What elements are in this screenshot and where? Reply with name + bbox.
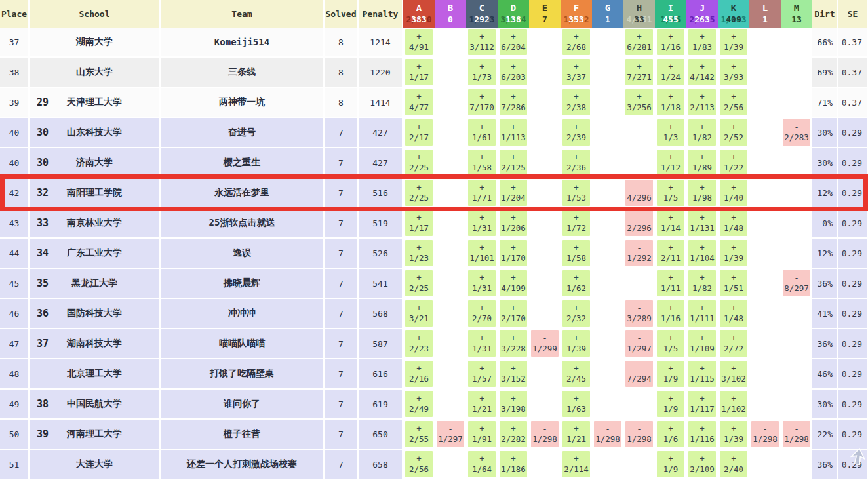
problem-cell-L bbox=[749, 390, 781, 420]
team-row[interactable]: 38山东大学三条线81220+1/17+1/73+6/203+3/37+7/27… bbox=[0, 58, 868, 88]
result-status: + bbox=[479, 424, 484, 434]
problem-solve-count: 1 bbox=[605, 14, 610, 24]
result-chip: -1/298 bbox=[783, 421, 810, 447]
team-row[interactable]: 37湖南大学Komeiji51481214+4/91+3/112+6/204+2… bbox=[0, 28, 868, 58]
result-status: + bbox=[731, 92, 736, 102]
result-chip: +3/102 bbox=[720, 361, 747, 387]
problem-cell-B bbox=[435, 58, 466, 88]
school-name: 山东科技大学 bbox=[67, 127, 122, 137]
problem-cell-A: +2/49 bbox=[403, 390, 435, 420]
team-cell: 奋进号 bbox=[161, 118, 325, 148]
problem-cell-E bbox=[529, 209, 561, 239]
result-status: + bbox=[668, 273, 673, 283]
team-row[interactable]: 4333南京林业大学25浙软点击就送7519+1/17+1/31+1/206+1… bbox=[0, 209, 868, 239]
solved-cell: 8 bbox=[325, 88, 359, 118]
result-tries-time: 7/286 bbox=[501, 102, 526, 113]
result-tries-time: 1/117 bbox=[690, 404, 715, 414]
result-tries-time: 1/298 bbox=[784, 434, 809, 445]
result-status: + bbox=[668, 31, 673, 42]
result-status: - bbox=[542, 333, 547, 344]
result-chip: +1/186 bbox=[500, 451, 527, 477]
team-name: 逸误 bbox=[233, 247, 251, 258]
result-status: + bbox=[731, 62, 736, 72]
problem-cell-A: +1/17 bbox=[403, 58, 435, 88]
result-status: + bbox=[574, 303, 579, 313]
penalty-cell: 658 bbox=[359, 450, 403, 480]
problem-cell-H: -1/298 bbox=[623, 420, 655, 450]
official-rank: 37 bbox=[37, 338, 49, 350]
problem-cell-B bbox=[435, 269, 466, 299]
problem-cell-E bbox=[529, 88, 561, 118]
team-row[interactable]: 4535黑龙江大学拂晓晨辉7541+2/25+1/31+4/199+1/62+1… bbox=[0, 269, 868, 299]
result-status: + bbox=[511, 152, 516, 163]
table-header: PlaceSchoolTeamSolvedPenaltyA2/380383B0C… bbox=[0, 0, 868, 28]
result-tries-time: 1/83 bbox=[692, 42, 712, 52]
school-name: 广东工业大学 bbox=[67, 247, 122, 258]
official-rank: 36 bbox=[37, 308, 49, 319]
result-chip: +2/125 bbox=[500, 150, 527, 176]
team-row[interactable]: 4737湖南科技大学喵喵队喵喵7587+2/23+1/31+3/228-1/29… bbox=[0, 329, 868, 359]
result-status: - bbox=[762, 424, 768, 434]
problem-cell-B bbox=[435, 209, 466, 239]
result-status: + bbox=[700, 243, 705, 253]
result-chip: -1/298 bbox=[751, 421, 779, 447]
problem-cell-A: +4/77 bbox=[403, 88, 435, 118]
problem-cell-I: +1/24 bbox=[655, 58, 686, 88]
problem-cell-C: +1/57 bbox=[466, 359, 498, 390]
result-tries-time: 1/53 bbox=[566, 193, 586, 203]
team-row[interactable]: 4030山东科技大学奋进号7427+2/17+1/61+1/113+2/39+1… bbox=[0, 118, 868, 148]
result-status: + bbox=[416, 31, 422, 42]
result-chip: +1/71 bbox=[468, 180, 496, 206]
team-row[interactable]: 3929天津理工大学两神带一坑81414+4/77+7/170+7/286+2/… bbox=[0, 88, 868, 118]
team-row[interactable]: 4938中国民航大学谁问你了7619+2/49+1/21+3/198+1/63+… bbox=[0, 390, 868, 420]
result-tries-time: 2/25 bbox=[409, 163, 429, 173]
result-tries-time: 6/204 bbox=[501, 42, 526, 52]
place-cell: 47 bbox=[0, 329, 30, 359]
team-row[interactable]: 5039河南理工大学橙子往昔7650+2/55-1/297+1/91+2/282… bbox=[0, 420, 868, 450]
result-status: + bbox=[511, 122, 516, 132]
result-chip: +2/114 bbox=[562, 451, 590, 477]
problem-letter: D bbox=[511, 3, 516, 14]
place-cell: 45 bbox=[0, 269, 30, 299]
problem-cell-C: +1/61 bbox=[466, 118, 498, 148]
result-tries-time: 1/17 bbox=[409, 72, 429, 83]
school-cell: 山东大学 bbox=[30, 58, 161, 88]
solved-cell: 8 bbox=[325, 58, 359, 88]
result-chip: +1/6 bbox=[657, 421, 684, 447]
official-rank: 29 bbox=[37, 96, 49, 108]
school-cell: 36国防科技大学 bbox=[30, 299, 161, 329]
problem-cell-K: +1/39 bbox=[718, 28, 749, 58]
result-tries-time: 3/256 bbox=[627, 102, 652, 113]
team-row[interactable]: 48北京理工大学打饿了吃隔壁桌7616+2/16+1/57+3/152+2/45… bbox=[0, 359, 868, 390]
result-chip: +2/282 bbox=[500, 421, 527, 447]
result-chip: +2/68 bbox=[562, 29, 590, 55]
problem-cell-H: +6/281 bbox=[623, 28, 655, 58]
problem-header-F: F1/132353 bbox=[561, 0, 592, 28]
problem-cell-A: +2/25 bbox=[403, 269, 435, 299]
problem-cell-K: +3/102 bbox=[718, 359, 749, 390]
problem-cell-M bbox=[781, 450, 812, 480]
result-tries-time: 1/58 bbox=[472, 163, 492, 173]
result-status: + bbox=[731, 243, 736, 253]
team-row[interactable]: 4434广东工业大学逸误7526+1/23+1/101+1/170+1/58-1… bbox=[0, 239, 868, 269]
result-chip: +7/286 bbox=[500, 89, 527, 115]
se-cell: 0.29 bbox=[838, 390, 868, 420]
solved-cell: 7 bbox=[325, 209, 359, 239]
result-tries-time: 2/25 bbox=[409, 193, 429, 203]
problem-letter: M bbox=[794, 3, 799, 14]
team-row[interactable]: 4030济南大学樱之重生7427+2/25+1/58+2/125+2/36+1/… bbox=[0, 148, 868, 178]
team-row[interactable]: 51大连大学还差一个人打刺激战场校赛7658+2/56+1/64+1/186+2… bbox=[0, 450, 868, 480]
team-row[interactable]: 4232南阳理工学院永远活在梦里7516+2/25+1/71+1/204+1/5… bbox=[0, 178, 868, 209]
result-tries-time: 1/71 bbox=[472, 193, 492, 203]
result-tries-time: 1/16 bbox=[661, 313, 681, 324]
result-status: + bbox=[668, 92, 673, 102]
result-tries-time: 1/39 bbox=[566, 344, 586, 354]
result-chip: +1/57 bbox=[468, 361, 496, 387]
result-tries-time: 2/56 bbox=[724, 102, 743, 113]
result-chip: +1/9 bbox=[657, 391, 684, 417]
result-tries-time: 6/281 bbox=[627, 42, 652, 52]
result-status: - bbox=[637, 303, 642, 313]
team-row[interactable]: 4636国防科技大学冲冲冲7568+3/21+2/70+2/170+2/32-3… bbox=[0, 299, 868, 329]
result-tries-time: 1/115 bbox=[690, 374, 715, 384]
school-name: 天津理工大学 bbox=[67, 96, 122, 107]
